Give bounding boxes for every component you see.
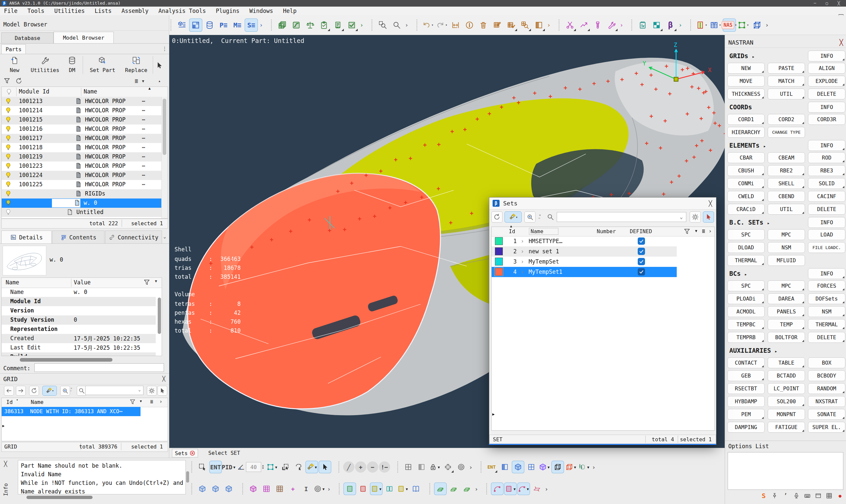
- dropdown-caret-icon[interactable]: ▾: [437, 464, 441, 470]
- info-message-box[interactable]: Part Name should not be blank.Invalid Na…: [18, 460, 186, 494]
- property-list-icon[interactable]: P≡: [217, 18, 230, 32]
- tab-details[interactable]: Details: [1, 231, 52, 244]
- search-dropdown-icon[interactable]: ⌄: [680, 214, 683, 220]
- row-more-icon[interactable]: ⋯: [142, 181, 145, 187]
- visibility-bulb-icon[interactable]: [5, 209, 12, 215]
- model-table-icon[interactable]: ▾: [709, 18, 722, 32]
- results-map-icon[interactable]: [650, 18, 663, 32]
- dropdown-caret-icon[interactable]: ▾: [314, 464, 318, 470]
- checks-clipboard-icon[interactable]: [317, 18, 331, 32]
- nastran-button-sol200[interactable]: SOL200: [767, 396, 805, 407]
- sets-col-number[interactable]: Number: [597, 228, 616, 234]
- sets-table-row[interactable]: 3›MyTempSet: [491, 257, 677, 267]
- sets-search-input[interactable]: [557, 212, 686, 222]
- parts-table-header[interactable]: Module Id Name ▲: [2, 87, 168, 97]
- nastran-button-thermal[interactable]: THERMAL: [808, 319, 845, 330]
- property-row[interactable]: Namew. 0: [2, 288, 156, 297]
- more-chevron-icon[interactable]: ›: [259, 18, 264, 32]
- minimize-button[interactable]: ─: [809, 0, 821, 6]
- info-button[interactable]: INFO: [808, 102, 845, 113]
- nastran-button-delete[interactable]: DELETE: [808, 332, 845, 343]
- nastran-button-damping[interactable]: DAMPING: [727, 422, 765, 433]
- ent-display-button[interactable]: ENT: [485, 461, 498, 473]
- dropdown-caret-icon[interactable]: ▾: [379, 486, 382, 492]
- bolt-icon[interactable]: [591, 18, 604, 32]
- nastran-button-align[interactable]: ALIGN: [808, 63, 845, 74]
- maximize-button[interactable]: ▢: [821, 0, 833, 6]
- menu-plugins[interactable]: Plugins: [215, 7, 240, 14]
- more-chevron-icon[interactable]: ›: [544, 482, 549, 496]
- tab-contents[interactable]: Contents: [52, 231, 104, 244]
- sets-col-defined[interactable]: DEFINED: [630, 228, 652, 234]
- parts-table-row[interactable]: 1001219HWCOLOR PROP⋯: [2, 152, 162, 162]
- more-chevron-icon[interactable]: ›: [326, 482, 332, 496]
- search-icon[interactable]: [547, 213, 554, 221]
- column-name[interactable]: Name: [84, 88, 97, 95]
- microphone-icon[interactable]: [792, 492, 800, 500]
- visibility-column-icon[interactable]: [6, 89, 12, 95]
- nastran-section-b-c-sets[interactable]: B.C. SETs ▸: [729, 219, 770, 226]
- toolbar-drag-handle[interactable]: [559, 19, 561, 31]
- parts-table-row[interactable]: 1001223HWCOLOR PROP⋯: [2, 162, 162, 171]
- info-close-icon[interactable]: ╳: [4, 461, 7, 467]
- lasso-select-icon[interactable]: [292, 461, 305, 473]
- add-icon[interactable]: +: [355, 462, 366, 473]
- nastran-button-temprb[interactable]: TEMPRB: [727, 332, 765, 343]
- material-list-icon[interactable]: M≡: [231, 18, 244, 32]
- set-color-swatch[interactable]: [495, 258, 503, 266]
- row-more-icon[interactable]: ⋯: [142, 116, 145, 123]
- grid-sort-icon[interactable]: ▾: [16, 398, 18, 402]
- menu-lists[interactable]: Lists: [94, 7, 112, 14]
- dropdown-caret-icon[interactable]: ▾: [526, 486, 530, 492]
- corner-select-icon[interactable]: [279, 461, 292, 473]
- grid-close-icon[interactable]: ╳: [162, 376, 165, 382]
- tab-model-browser[interactable]: Model Browser: [54, 32, 114, 43]
- nastran-button-thickness[interactable]: THICKNESS: [727, 89, 765, 100]
- nastran-button-rbe3[interactable]: RBE3: [808, 165, 845, 176]
- parts-table-row[interactable]: 1001216HWCOLOR PROP⋯: [2, 125, 162, 134]
- row-more-icon[interactable]: ⋯: [142, 144, 145, 150]
- part-manager-icon[interactable]: [189, 18, 202, 32]
- mass-balance-icon[interactable]: [304, 18, 317, 32]
- more-chevron-icon[interactable]: ›: [764, 18, 770, 32]
- nastran-button-cbend[interactable]: CBEND: [767, 191, 805, 202]
- parts-action-replace[interactable]: Replace: [120, 55, 152, 75]
- set-color-swatch[interactable]: [495, 268, 503, 276]
- nastran-button-lc-point[interactable]: LC_POINT: [767, 383, 805, 394]
- row-more-icon[interactable]: ⋯: [142, 172, 145, 178]
- redo-icon[interactable]: ▾: [435, 18, 448, 32]
- nastran-button-darea[interactable]: DAREA: [767, 293, 805, 304]
- visibility-bulb-icon[interactable]: [5, 107, 12, 114]
- visibility-bulb-icon[interactable]: [5, 181, 12, 187]
- dropdown-caret-icon[interactable]: ▾: [431, 23, 433, 27]
- line-tool-icon[interactable]: ╱: [343, 462, 355, 473]
- shell-mode-icon[interactable]: ▾: [370, 483, 382, 495]
- dropdown-caret-icon[interactable]: ▾: [513, 486, 516, 492]
- face-toggle-icon[interactable]: ▾: [504, 483, 517, 495]
- fe-model-icon[interactable]: [750, 18, 764, 32]
- element-select-icon[interactable]: ▾: [266, 461, 278, 473]
- more-chevron-icon[interactable]: ›: [404, 18, 409, 32]
- dropdown-caret-icon[interactable]: ▾: [322, 486, 325, 492]
- parts-table-row[interactable]: 1001218HWCOLOR PROP⋯: [2, 143, 162, 152]
- wire-shade-icon[interactable]: [499, 461, 511, 473]
- nastran-button-mfluid[interactable]: MFLUID: [767, 255, 805, 266]
- double-panel-icon[interactable]: [383, 483, 396, 495]
- solid-skin-icon[interactable]: [447, 483, 460, 495]
- nastran-button-bctadd[interactable]: BCTADD: [767, 370, 805, 381]
- mesh-view-icon[interactable]: [525, 461, 538, 473]
- grid-search-input[interactable]: [85, 386, 143, 395]
- toolbar-drag-handle[interactable]: [339, 462, 341, 473]
- property-row[interactable]: Representation: [2, 325, 156, 334]
- nastran-button-move[interactable]: MOVE: [727, 76, 765, 87]
- database-icon[interactable]: [203, 18, 216, 32]
- cursor-button[interactable]: [703, 211, 714, 222]
- nastran-button-conmi[interactable]: CONMi: [727, 178, 765, 189]
- mesh-check-icon[interactable]: [504, 18, 518, 32]
- toolbar-drag-handle[interactable]: [481, 462, 483, 473]
- solid-tool-icon[interactable]: [247, 483, 260, 495]
- close-sets-icon[interactable]: [190, 450, 195, 456]
- nastran-button-delete[interactable]: DELETE: [808, 89, 845, 100]
- flash-button[interactable]: ▾: [42, 386, 57, 396]
- filter-dropdown-icon[interactable]: ▼: [695, 229, 697, 233]
